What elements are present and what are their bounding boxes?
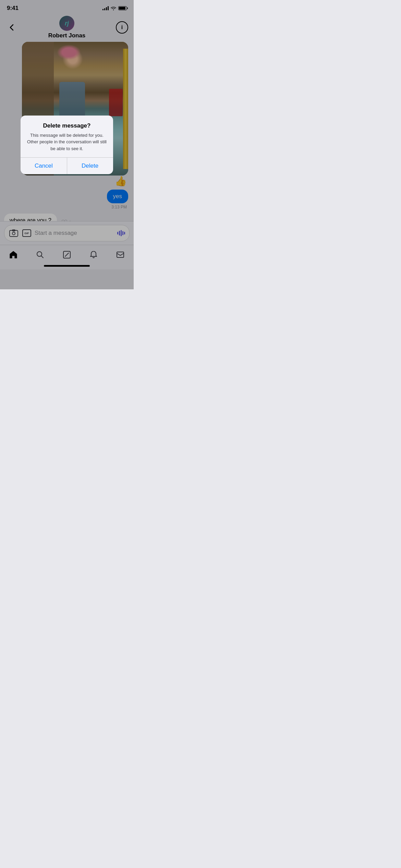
modal-body: Delete message? This message will be del… <box>21 116 113 158</box>
cancel-button[interactable]: Cancel <box>21 158 67 174</box>
modal-overlay: Delete message? This message will be del… <box>0 0 134 289</box>
modal-message: This message will be deleted for you. Ot… <box>26 132 108 152</box>
modal-buttons: Cancel Delete <box>21 158 113 174</box>
delete-message-dialog: Delete message? This message will be del… <box>21 116 113 174</box>
modal-title: Delete message? <box>26 122 108 129</box>
delete-button[interactable]: Delete <box>67 158 113 174</box>
